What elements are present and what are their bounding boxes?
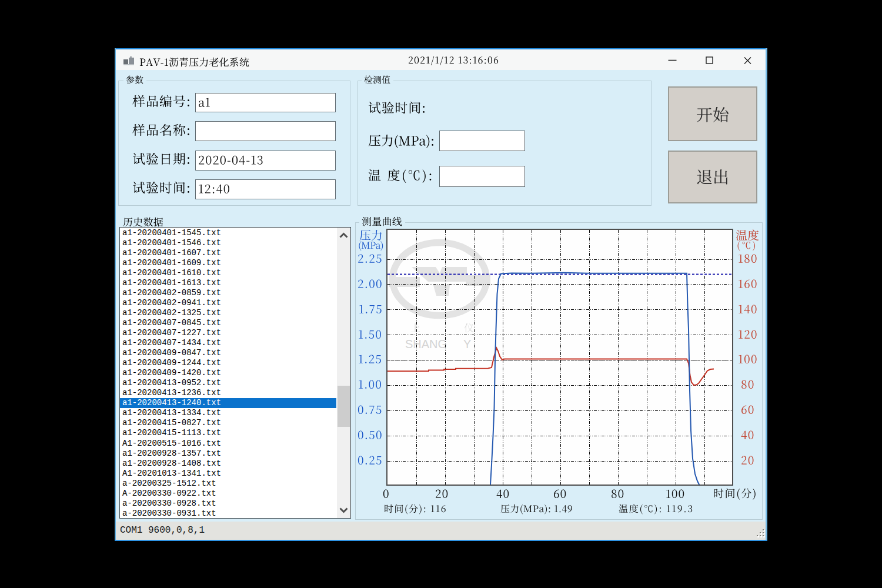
svg-text:SHANG: SHANG: [405, 338, 447, 350]
svg-text:Y: Y: [463, 338, 471, 350]
